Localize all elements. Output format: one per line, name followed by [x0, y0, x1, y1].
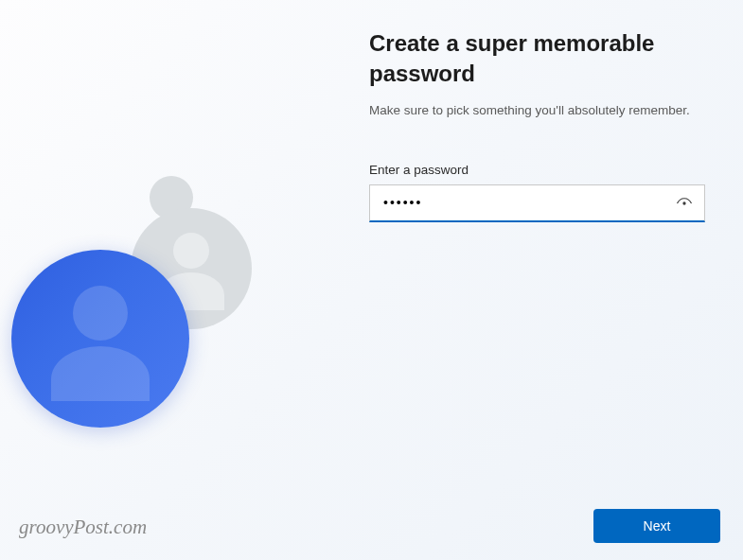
- watermark-text: groovyPost.com: [19, 516, 147, 539]
- password-label: Enter a password: [369, 163, 705, 177]
- next-button[interactable]: Next: [593, 509, 720, 543]
- password-field-wrap: [369, 184, 705, 222]
- reveal-password-button[interactable]: [669, 188, 699, 219]
- illustration-pane: [0, 0, 350, 560]
- svg-point-0: [682, 201, 685, 204]
- avatar-large-icon: [11, 250, 189, 428]
- page-title: Create a super memorable password: [369, 28, 672, 90]
- content-pane: Create a super memorable password Make s…: [350, 0, 743, 560]
- eye-icon: [676, 195, 693, 212]
- password-input[interactable]: [369, 184, 705, 222]
- page-subtitle: Make sure to pick something you'll absol…: [369, 103, 705, 117]
